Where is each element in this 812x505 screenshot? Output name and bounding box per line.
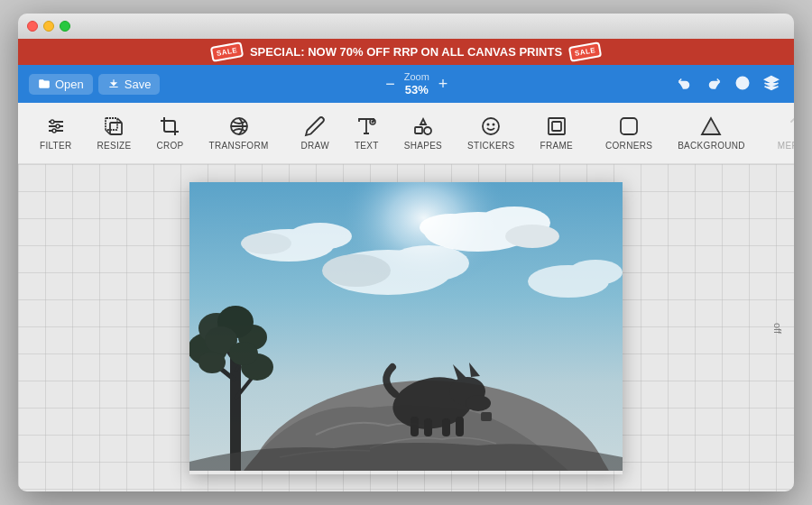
svg-point-48 [198, 352, 226, 373]
layers-icon [763, 75, 780, 91]
open-icon [38, 78, 51, 90]
svg-rect-18 [552, 122, 561, 131]
app-toolbar: Open Save − Zoom 53% + [18, 65, 794, 103]
svg-point-13 [424, 127, 431, 134]
tool-background[interactable]: BACKGROUND [665, 110, 758, 156]
tool-text[interactable]: TEXT [342, 110, 392, 156]
tool-draw[interactable]: DRAW [289, 110, 342, 156]
background-label: BACKGROUND [678, 141, 745, 151]
open-button[interactable]: Open [29, 74, 93, 95]
zoom-label: Zoom [404, 71, 429, 82]
transform-label: TRANSFORM [209, 141, 269, 151]
promo-banner: SALE SPECIAL: NOW 70% OFF RRP ON ALL CAN… [18, 39, 794, 65]
history-button[interactable] [731, 71, 754, 97]
tool-shapes[interactable]: SHAPES [392, 110, 455, 156]
background-icon [700, 115, 722, 137]
frame-label: FRAME [540, 141, 574, 151]
layers-button[interactable] [760, 71, 783, 97]
svg-point-47 [229, 342, 258, 365]
zoom-out-button[interactable]: − [382, 76, 399, 92]
svg-point-4 [51, 120, 54, 124]
crop-icon [159, 115, 180, 137]
filter-label: FILTER [40, 141, 72, 151]
maximize-button[interactable] [60, 21, 70, 32]
tool-corners[interactable]: CORNERS [593, 110, 665, 156]
svg-point-27 [289, 223, 352, 250]
tool-resize[interactable]: RESIZE [85, 110, 144, 156]
svg-marker-11 [420, 119, 426, 124]
corners-icon [618, 115, 640, 137]
tool-stickers[interactable]: STICKERS [455, 110, 527, 156]
shapes-icon [412, 115, 434, 137]
zoom-value: 53% [405, 83, 429, 96]
frame-icon [546, 115, 567, 137]
tool-merge[interactable]: MERGE [765, 110, 794, 156]
svg-point-5 [56, 124, 60, 128]
transform-icon [228, 115, 250, 137]
svg-point-25 [505, 225, 559, 248]
crop-label: CROP [156, 141, 183, 151]
save-button[interactable]: Save [98, 74, 161, 95]
sale-badge-left: SALE [209, 41, 244, 62]
canvas-area[interactable]: off [18, 164, 794, 491]
draw-label: DRAW [301, 141, 329, 151]
zoom-control: − Zoom 53% + [382, 71, 451, 96]
svg-rect-7 [106, 118, 117, 130]
svg-rect-17 [549, 118, 565, 134]
app-window: SALE SPECIAL: NOW 70% OFF RRP ON ALL CAN… [18, 14, 794, 491]
filter-icon [45, 115, 67, 137]
save-icon [107, 78, 120, 90]
svg-rect-56 [442, 418, 450, 436]
svg-rect-54 [411, 417, 419, 436]
sale-badge-right: SALE [568, 41, 603, 62]
redo-icon [706, 75, 722, 91]
text-label: TEXT [355, 141, 379, 151]
minimize-button[interactable] [43, 21, 54, 32]
svg-rect-19 [621, 118, 637, 134]
merge-icon [784, 115, 794, 137]
merge-label: MERGE [778, 141, 794, 151]
svg-point-14 [483, 118, 499, 134]
stickers-icon [480, 115, 502, 137]
tool-transform[interactable]: TRANSFORM [197, 110, 281, 156]
svg-rect-12 [415, 127, 422, 133]
undo-icon [677, 75, 693, 91]
text-icon [355, 115, 377, 137]
tool-crop[interactable]: CROP [143, 110, 196, 156]
undo-button[interactable] [673, 71, 697, 97]
shapes-label: SHAPES [404, 141, 442, 151]
promo-text: SPECIAL: NOW 70% OFF RRP ON ALL CANVAS P… [250, 45, 562, 59]
svg-rect-55 [424, 418, 432, 436]
svg-point-28 [241, 233, 291, 254]
title-bar [18, 14, 794, 39]
canvas-image [189, 182, 623, 471]
svg-point-51 [466, 395, 491, 411]
svg-point-30 [388, 245, 469, 281]
history-icon [734, 75, 751, 91]
corners-label: CORNERS [605, 141, 652, 151]
svg-rect-57 [456, 417, 464, 436]
redo-button[interactable] [702, 71, 725, 97]
image-container [189, 182, 623, 474]
svg-rect-58 [481, 412, 492, 421]
svg-point-24 [420, 214, 483, 241]
traffic-lights [27, 21, 70, 32]
svg-point-33 [568, 260, 623, 285]
svg-rect-8 [110, 123, 122, 134]
draw-icon [304, 115, 326, 137]
tool-frame[interactable]: FRAME [528, 110, 586, 156]
open-label: Open [55, 78, 84, 91]
resize-icon [103, 115, 125, 137]
side-off-label: off [772, 322, 783, 333]
zoom-in-button[interactable]: + [435, 76, 452, 92]
stickers-label: STICKERS [467, 141, 514, 151]
save-label: Save [125, 78, 152, 91]
svg-point-6 [52, 129, 56, 133]
svg-point-31 [322, 254, 391, 287]
close-button[interactable] [27, 21, 38, 32]
tool-filter[interactable]: FILTER [27, 110, 85, 156]
tool-palette: FILTER RESIZE CROP [18, 103, 794, 164]
resize-label: RESIZE [97, 141, 132, 151]
